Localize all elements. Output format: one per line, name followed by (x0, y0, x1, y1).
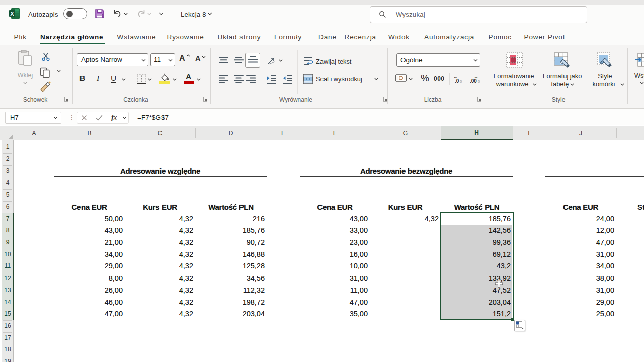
svg-text:0: 0 (478, 79, 480, 83)
svg-text:,0: ,0 (455, 78, 459, 83)
svg-text:0: 0 (460, 79, 462, 83)
svg-text:,00: ,00 (470, 78, 477, 83)
svg-text:X: X (10, 11, 14, 17)
